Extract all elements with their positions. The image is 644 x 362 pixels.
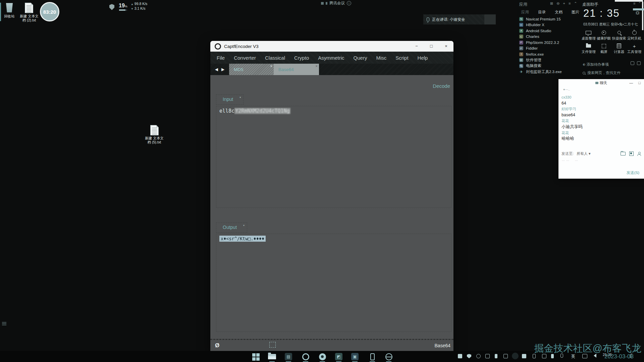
taskbar-app-explorer[interactable] [268,352,276,361]
input-group-header[interactable]: Input ▾ [216,95,244,105]
action-eye-care[interactable]: 健康护眼 [597,30,611,41]
capture-frame-icon[interactable] [269,342,276,348]
launcher-add-icon[interactable]: + [563,1,565,6]
launcher-remove-icon[interactable]: ⊖ [556,1,559,6]
app-item-firefox[interactable]: ffirefox.exe [519,52,562,56]
todo-list-icon[interactable] [631,61,634,65]
text-file-icon[interactable] [150,125,159,135]
action-quick-search[interactable]: 快捷搜索 [612,30,627,41]
taskbar-app-browser[interactable] [301,352,310,361]
recycle-bin-icon[interactable] [5,3,13,12]
minimize-button[interactable]: − [409,41,424,52]
app-item-fiddler[interactable]: FFiddler [519,46,562,51]
output-textarea[interactable]: x♦<sr^/Ktw□.♦♦♦♦ [216,234,451,332]
meeting-info-icon[interactable]: i [347,1,351,5]
night-mode-moon-icon[interactable]: ☾ [629,352,635,360]
menu-asymmetric[interactable]: Asymmetric [318,55,344,61]
screenshot-icon[interactable] [629,152,634,156]
tray-notes-icon[interactable] [485,354,490,358]
action-calculator[interactable]: 计算器 [612,44,627,54]
launcher-menu-icon[interactable]: ≡ [569,1,571,6]
action-desktop-organize[interactable]: 桌面整理 [581,30,596,41]
chat-maximize-button[interactable]: □ [638,81,641,85]
tray-picture-icon[interactable] [458,354,462,358]
tab-scroll-left-icon[interactable]: ◀ [215,67,218,72]
launcher-scrollbar-vertical[interactable] [642,2,643,30]
show-desktop-strip[interactable] [633,8,644,10]
maximize-button[interactable]: □ [424,41,439,52]
chat-titlebar[interactable]: 聊天 — □ [558,79,644,86]
send-to-select[interactable]: 所有人 ▾ [577,151,591,156]
tray-cast-icon[interactable] [582,354,587,358]
taskbar-app-phone[interactable] [368,352,377,361]
tray-pin-icon[interactable] [495,354,497,358]
mention-person-icon[interactable] [637,152,641,156]
eye-off-icon[interactable]: Ø [215,342,219,349]
app-item-packet-sniffer[interactable]: ✈封包监听工具2.3.exe [519,70,562,74]
app-item-navicat[interactable]: NNavicat Premium 15 [519,17,562,21]
taskbar-clock[interactable]: 21:35 [603,353,612,357]
chat-message-list[interactable]: cx330 64 好好学习 base64 花花 小迪共享吗 花花 哈哈哈 [561,95,583,142]
launcher-grid-icon[interactable]: ⊞ [550,1,553,6]
taskbar-app-wechat[interactable]: ◩ [334,352,343,361]
launcher-tab-docs[interactable]: 文档 [555,10,562,15]
todo-calendar-icon[interactable] [637,61,641,65]
tray-mic-icon[interactable] [560,354,563,358]
app-item-hbuilder[interactable]: HHBuilder X [519,23,562,27]
security-shield-icon[interactable] [109,4,114,10]
menu-misc[interactable]: Misc [376,55,386,61]
menu-script[interactable]: Script [395,55,408,61]
action-shutdown-timer[interactable]: 定时关机 [627,30,642,41]
input-method-indicator[interactable]: 英 [571,354,575,358]
close-button[interactable]: × [439,41,453,52]
start-button[interactable] [251,352,260,361]
assistant-collapse-icon[interactable]: ⌃ [638,1,641,6]
tray-monitor-icon[interactable] [522,354,526,358]
tray-volume-icon[interactable] [592,354,596,358]
assistant-menu-icon[interactable]: ≡ [633,1,635,6]
text-file-icon[interactable] [25,3,33,13]
menu-file[interactable]: File [217,55,225,61]
action-file-manager[interactable]: 文件管理 [581,44,596,54]
taskbar-app-sogou[interactable] [384,352,393,361]
app-item-software-manager[interactable]: 软软件管理 [519,58,562,62]
tray-updown-icon[interactable] [533,354,536,358]
hidden-menu-icon[interactable] [2,321,6,326]
taskbar-app-meeting[interactable]: ▣ [351,352,359,361]
menu-classical[interactable]: Classical [265,55,285,61]
taskbar-app-qq[interactable] [318,352,327,361]
tray-dark-circle-icon[interactable] [512,353,519,359]
timer-widget[interactable]: 83:20 [40,2,59,21]
tray-window-icon[interactable] [542,354,546,358]
chat-input-placeholder[interactable]: ⋯⋯ ⋯ [562,159,579,163]
send-button[interactable]: 发送(S) [627,170,639,175]
app-item-phpstorm[interactable]: PPhpStorm 2022.3.2 [519,40,562,45]
launcher-tab-dirs[interactable]: 目录 [538,10,546,15]
meeting-topbar[interactable]: 腾讯会议 i [321,1,351,6]
tab-scroll-right-icon[interactable]: ▶ [221,67,224,72]
attach-folder-icon[interactable] [621,152,626,156]
tray-shield-icon[interactable] [467,354,471,358]
tab-md5-close-icon[interactable]: × [270,64,272,68]
tray-battery-icon[interactable] [551,354,554,358]
launcher-tab-pics[interactable]: 图片 [572,10,579,15]
launcher-collapse-icon[interactable]: ⌃ [574,1,577,6]
action-tool-manager[interactable]: +工具管理 [627,44,642,54]
input-textarea[interactable]: ell8cY2RmNXM2d2U4cTQ1Ng [216,106,451,208]
app-item-pc-search[interactable]: 电电脑搜索 [519,64,562,68]
chat-minimize-button[interactable]: — [629,81,633,85]
menu-crypto[interactable]: Crypto [294,55,309,61]
assistant-search-input[interactable]: 搜索网页，查找文件 [583,70,621,75]
menu-query[interactable]: Query [354,55,367,61]
tray-display-icon[interactable] [503,354,508,358]
tab-md5[interactable]: MD5 × [229,64,274,75]
add-todo-button[interactable]: ⊕ 添加待办事项 [583,62,609,67]
tray-gear-icon[interactable] [476,354,481,358]
decode-link[interactable]: Decode [433,83,450,89]
action-screenshot[interactable]: 截屏 [597,44,611,54]
taskbar-app-editor[interactable]: ▤ [284,352,293,361]
output-group-header[interactable]: Output ▾ [216,223,247,233]
window-titlebar[interactable]: CaptfEncoder V3 − □ × [210,41,453,52]
menu-help[interactable]: Help [418,55,428,61]
app-item-charles[interactable]: CCharles [519,35,562,39]
